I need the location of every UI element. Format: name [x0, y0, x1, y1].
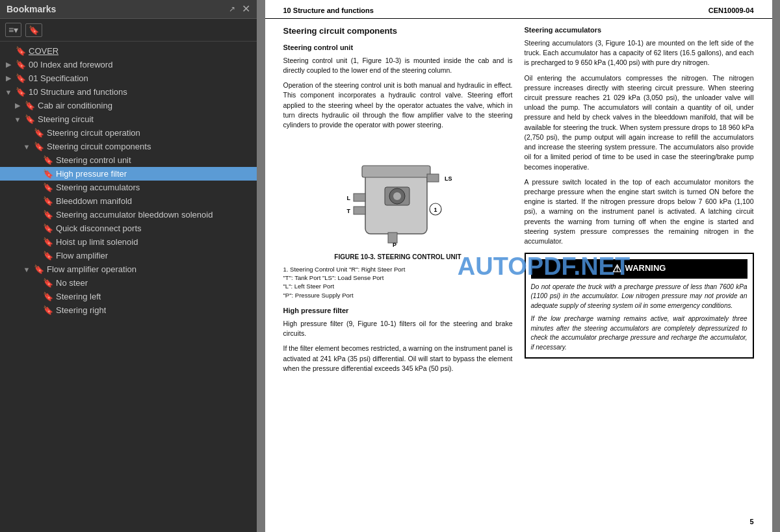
- bookmark-item-high-pressure[interactable]: 🔖High pressure filter: [0, 167, 257, 181]
- svg-text:1: 1: [434, 207, 437, 213]
- bookmark-item-steer-right[interactable]: 🔖Steering right: [0, 303, 257, 317]
- warning-label: WARNING: [625, 262, 666, 275]
- bookmark-icon-steer-right: 🔖: [43, 305, 53, 315]
- svg-text:LS: LS: [445, 175, 452, 182]
- steering-ctrl-title: Steering control unit: [283, 43, 513, 53]
- bookmark-label-hoist-solenoid: Hoist up limit solenoid: [56, 237, 138, 247]
- bookmarks-header: Bookmarks ↗ ✕: [0, 0, 257, 19]
- bookmark-label-steering-op: Steering circuit operation: [47, 128, 140, 138]
- left-column: Steering circuit components Steering con…: [283, 25, 513, 518]
- bookmark-item-acc-bleeddown[interactable]: 🔖Steering accumulator bleeddown solenoid: [0, 208, 257, 222]
- header-right: CEN10009-04: [708, 6, 754, 14]
- bookmark-item-no-steer[interactable]: 🔖No steer: [0, 276, 257, 290]
- bookmark-label-steer-left: Steering left: [56, 292, 101, 301]
- bookmark-item-steering-comp[interactable]: ▼🔖Steering circuit components: [0, 140, 257, 153]
- bookmark-item-cab-air[interactable]: ▶🔖Cab air conditioning: [0, 99, 257, 112]
- bookmark-label-quick-disconnect: Quick disconnect ports: [56, 223, 142, 233]
- document-page: 10 Structure and functions CEN10009-04 S…: [265, 0, 772, 532]
- close-button[interactable]: ✕: [242, 4, 250, 14]
- expand-arrow-01-spec[interactable]: ▶: [4, 74, 13, 82]
- expand-arrow-steering-circuit[interactable]: ▼: [13, 116, 22, 123]
- expand-arrow-10-struct[interactable]: ▼: [4, 88, 13, 96]
- document-panel: 10 Structure and functions CEN10009-04 S…: [257, 0, 780, 532]
- bookmark-item-steering-circuit[interactable]: ▼🔖Steering circuit: [0, 112, 257, 126]
- warning-triangle-icon: ⚠: [612, 261, 621, 276]
- svg-rect-1: [362, 166, 430, 177]
- svg-text:T: T: [347, 208, 351, 214]
- expand-arrow-00-index[interactable]: ▶: [4, 60, 13, 69]
- bookmark-icon-steering-comp: 🔖: [34, 142, 44, 151]
- bookmark-label-steering-circuit: Steering circuit: [38, 114, 94, 124]
- bookmark-add-icon[interactable]: 🔖: [25, 23, 42, 37]
- bookmark-icon-flow-amp: 🔖: [43, 251, 53, 260]
- bookmark-label-flow-amp: Flow amplifier: [56, 251, 108, 260]
- warning-header: ⚠ WARNING: [531, 259, 748, 278]
- bookmark-item-steer-left[interactable]: 🔖Steering left: [0, 290, 257, 303]
- page-content: Steering circuit components Steering con…: [265, 19, 772, 525]
- expand-arrow-cab-air[interactable]: ▶: [13, 101, 22, 110]
- bookmark-icon-acc-bleeddown: 🔖: [43, 210, 53, 220]
- svg-rect-11: [427, 174, 439, 182]
- bookmark-label-steering-ctrl: Steering control unit: [56, 155, 131, 165]
- steering-acc-text1: Steering accumulators (3, Figure 10-1) a…: [525, 38, 754, 68]
- bookmark-icon-quick-disconnect: 🔖: [43, 223, 53, 233]
- bookmark-label-01-spec: 01 Specification: [29, 73, 88, 83]
- expand-arrow-steering-comp[interactable]: ▼: [22, 143, 31, 151]
- bookmark-icon-cover: 🔖: [16, 46, 26, 56]
- bookmark-icon-bleeddown: 🔖: [43, 196, 53, 206]
- figure-caption: FIGURE 10-3. STEERING CONTROL UNIT: [283, 253, 513, 262]
- steering-acc-text2: Oil entering the accumulators compresses…: [525, 73, 754, 172]
- expand-arrow-flow-amp-op[interactable]: ▼: [22, 266, 31, 273]
- bookmarks-title: Bookmarks: [6, 4, 56, 14]
- page-number: 5: [749, 518, 753, 526]
- bookmark-list-icon[interactable]: ≡▾: [5, 23, 21, 37]
- bookmark-label-no-steer: No steer: [56, 278, 88, 288]
- bookmark-item-steering-ctrl[interactable]: 🔖Steering control unit: [0, 153, 257, 167]
- bookmark-icon-00-index: 🔖: [16, 60, 26, 70]
- bookmark-label-00-index: 00 Index and foreword: [29, 60, 112, 70]
- bookmark-icon-01-spec: 🔖: [16, 73, 26, 83]
- bookmark-label-cover: COVER: [29, 46, 58, 56]
- svg-rect-7: [354, 194, 365, 201]
- svg-text:L: L: [347, 195, 351, 201]
- bookmark-item-quick-disconnect[interactable]: 🔖Quick disconnect ports: [0, 222, 257, 235]
- bookmark-icon-cab-air: 🔖: [25, 101, 35, 110]
- bookmark-item-bleeddown[interactable]: 🔖Bleeddown manifold: [0, 194, 257, 208]
- bookmark-item-cover[interactable]: 🔖COVER: [0, 44, 257, 58]
- bookmark-label-high-pressure: High pressure filter: [56, 169, 127, 179]
- high-pressure-text2: If the filter element becomes restricted…: [283, 344, 513, 374]
- bookmark-item-steering-acc[interactable]: 🔖Steering accumulators: [0, 181, 257, 194]
- figure-diagram: P L T LS 1 L050077: [326, 136, 469, 250]
- bookmark-icon-10-struct: 🔖: [16, 87, 26, 97]
- bookmark-item-flow-amp-op[interactable]: ▼🔖Flow amplifier operation: [0, 262, 257, 276]
- bookmark-label-steering-comp: Steering circuit components: [47, 142, 151, 151]
- header-left: 10 Structure and functions: [283, 6, 374, 14]
- bookmark-item-hoist-solenoid[interactable]: 🔖Hoist up limit solenoid: [0, 235, 257, 249]
- bookmark-item-steering-op[interactable]: 🔖Steering circuit operation: [0, 126, 257, 140]
- figure-container: P L T LS 1 L050077: [283, 136, 513, 299]
- bookmark-item-flow-amp[interactable]: 🔖Flow amplifier: [0, 249, 257, 262]
- bookmark-item-10-struct[interactable]: ▼🔖10 Structure and functions: [0, 85, 257, 99]
- figure-legend: 1. Steering Control Unit "R": Right Stee…: [283, 265, 513, 299]
- bookmark-icon-steering-circuit: 🔖: [25, 114, 35, 124]
- section-title: Steering circuit components: [283, 25, 513, 38]
- bookmark-icon-steer-left: 🔖: [43, 292, 53, 301]
- bookmark-label-steer-right: Steering right: [56, 305, 106, 315]
- svg-point-4: [393, 192, 401, 200]
- bookmarks-toolbar: ≡▾ 🔖: [0, 19, 257, 42]
- page-header: 10 Structure and functions CEN10009-04: [265, 0, 772, 19]
- steering-acc-title: Steering accumulators: [525, 25, 754, 36]
- bookmarks-panel: Bookmarks ↗ ✕ ≡▾ 🔖 🔖COVER▶🔖00 Index and …: [0, 0, 257, 532]
- bookmark-label-flow-amp-op: Flow amplifier operation: [47, 264, 136, 274]
- bookmark-icon-flow-amp-op: 🔖: [34, 264, 44, 274]
- high-pressure-text1: High pressure filter (9, Figure 10-1) fi…: [283, 319, 513, 338]
- warning-box: ⚠ WARNING Do not operate the truck with …: [525, 253, 754, 359]
- bookmarks-tree: 🔖COVER▶🔖00 Index and foreword▶🔖01 Specif…: [0, 42, 257, 532]
- bookmark-item-01-spec[interactable]: ▶🔖01 Specification: [0, 71, 257, 85]
- bookmark-label-10-struct: 10 Structure and functions: [29, 87, 127, 97]
- svg-rect-9: [354, 207, 365, 214]
- bookmark-label-steering-acc: Steering accumulators: [56, 183, 140, 192]
- bookmark-item-00-index[interactable]: ▶🔖00 Index and foreword: [0, 58, 257, 71]
- bookmark-label-cab-air: Cab air conditioning: [38, 101, 112, 110]
- steering-ctrl-text2: Operation of the steering control unit i…: [283, 81, 513, 130]
